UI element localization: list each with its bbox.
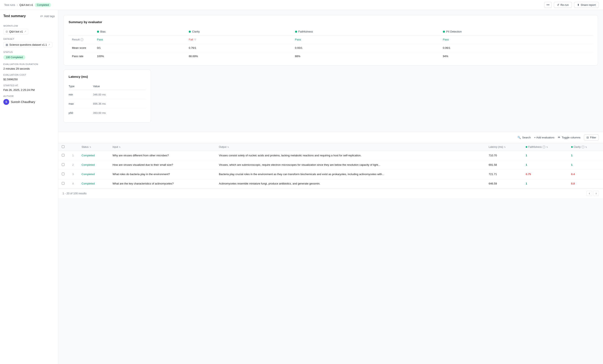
th-pii: PII Detection <box>440 28 593 35</box>
faithfulness-label: Faithfulness <box>298 30 313 33</box>
status-label: Status <box>3 51 55 53</box>
row-faithfulness: 0.75 <box>522 170 568 179</box>
pii-label: PII Detection <box>446 30 462 33</box>
sidebar: Test summary 🏷 Add tags Workflow ⊙ Q&A b… <box>0 10 58 364</box>
latency-col-value: Value <box>93 82 146 90</box>
author-name: Suresh Chaudhary <box>11 100 35 104</box>
row-num: 2 <box>68 160 78 170</box>
filter-button[interactable]: ⊟ Filter <box>584 135 599 140</box>
row-checkbox-1[interactable] <box>62 163 64 166</box>
search-label: Search <box>522 136 531 139</box>
pagination-bar: 1 - 20 of 100 results ‹ › <box>58 188 603 198</box>
row-checkbox-3[interactable] <box>62 182 64 185</box>
pass-rate-pii: 94% <box>440 52 593 60</box>
pass-rate-bias: 100% <box>94 52 185 60</box>
results-table-header: Status ⇅ Input ⇅ Output <box>58 143 603 151</box>
summary-section: Summary by evaluator Bias <box>58 10 603 132</box>
clarity-col-dot <box>571 146 573 148</box>
result-clarity: Fail ▽ <box>185 35 291 44</box>
clarity-info-icon[interactable]: ? <box>581 146 584 148</box>
latency-max-row: max 896.36 ms <box>69 99 146 108</box>
cost-value: $2.5996250 <box>3 78 55 81</box>
breadcrumb-bot[interactable]: Q&A bot v1 <box>19 3 33 6</box>
status-sort-icon[interactable]: ⇅ <box>90 146 91 148</box>
clarity-col-sort[interactable]: ⇅ <box>585 146 587 148</box>
latency-card: Latency (ms) Type Value min 346.00 ms <box>63 70 151 123</box>
add-tags-button[interactable]: 🏷 Add tags <box>40 15 55 18</box>
input-sort-icon[interactable]: ⇅ <box>119 146 120 148</box>
table-row[interactable]: 4 Completed What are the key characteris… <box>58 179 603 188</box>
breadcrumb-test-runs[interactable]: Test runs <box>4 3 15 6</box>
bias-label: Bias <box>100 30 105 33</box>
latency-min-type: min <box>69 90 93 99</box>
row-checkbox-cell <box>58 151 68 160</box>
toggle-columns-icon: 👁 <box>558 136 560 139</box>
filter-icon[interactable]: ▽ <box>194 38 196 41</box>
workflow-label: Workflow <box>3 25 55 27</box>
external-link-icon: ↗ <box>24 30 26 33</box>
results-table: Status ⇅ Input ⇅ Output <box>58 143 603 188</box>
more-options-button[interactable]: ••• <box>544 2 552 8</box>
row-clarity: 1 <box>568 160 603 170</box>
latency-p50-value: 393.00 ms <box>93 108 146 118</box>
faithfulness-dot <box>295 31 297 33</box>
pass-rate-faithfulness: 88% <box>292 52 440 60</box>
share-report-button[interactable]: ⬆ Share report <box>574 2 599 8</box>
select-all-checkbox[interactable] <box>62 145 64 148</box>
dataset-name: Science questions dataset v1.1 <box>9 43 47 46</box>
th-bias: Bias <box>94 28 185 35</box>
row-latency: 710.70 <box>485 151 522 160</box>
dataset-chip[interactable]: ▦ Science questions dataset v1.1 ↗ <box>3 42 52 47</box>
row-latency: 646.59 <box>485 179 522 188</box>
mean-score-label: Mean score <box>69 44 94 52</box>
faithfulness-info-icon[interactable]: ? <box>543 146 545 148</box>
th-faithfulness-col: Faithfulness ? ⇅ <box>522 143 568 151</box>
output-sort-icon[interactable]: ⇅ <box>227 146 229 148</box>
next-page-button[interactable]: › <box>593 191 599 196</box>
row-checkbox-cell <box>58 179 68 188</box>
row-checkbox-2[interactable] <box>62 173 64 175</box>
workflow-name: Q&A bot v1 <box>9 30 23 33</box>
mean-score-bias: 0/1 <box>94 44 185 52</box>
pagination-buttons: ‹ › <box>587 191 599 196</box>
result-info-icon[interactable]: ? <box>81 38 83 41</box>
add-evaluators-button[interactable]: + Add evaluators <box>534 136 554 139</box>
add-tags-label: Add tags <box>44 15 55 18</box>
prev-page-button[interactable]: ‹ <box>587 191 592 196</box>
evaluator-summary-card: Summary by evaluator Bias <box>63 15 598 66</box>
workflow-chip[interactable]: ⊙ Q&A bot v1 ↗ <box>3 29 28 34</box>
bias-dot <box>97 31 99 33</box>
row-status: Completed <box>78 160 109 170</box>
th-status: Status ⇅ <box>78 143 109 151</box>
breadcrumb: Test runs › Q&A bot v1 Completed <box>4 3 51 7</box>
search-button[interactable]: 🔍 Search <box>518 136 531 139</box>
rerun-label: Re-run <box>560 3 569 6</box>
table-row[interactable]: 1 Completed Why are viruses different fr… <box>58 151 603 160</box>
workflow-icon: ⊙ <box>6 30 8 33</box>
table-row[interactable]: 3 Completed What roles do bacteria play … <box>58 170 603 179</box>
row-clarity: 1 <box>568 151 603 160</box>
row-checkbox-cell <box>58 160 68 170</box>
pii-dot <box>443 31 445 33</box>
latency-sort-icon[interactable]: ⇅ <box>504 146 506 148</box>
table-row[interactable]: 2 Completed How are viruses visualized d… <box>58 160 603 170</box>
output-col-label: Output <box>219 146 226 148</box>
latency-table: Type Value min 346.00 ms max 896.36 ms <box>69 82 146 117</box>
sidebar-title: Test summary <box>3 14 26 18</box>
main-layout: Test summary 🏷 Add tags Workflow ⊙ Q&A b… <box>0 10 603 364</box>
pass-rate-label: Pass rate <box>69 52 94 60</box>
result-pii: Pass <box>440 35 593 44</box>
started-value: Feb 26, 2025, 2:25:24 PM <box>3 88 55 91</box>
row-checkbox-0[interactable] <box>62 154 64 157</box>
faithfulness-col-sort[interactable]: ⇅ <box>546 146 548 148</box>
row-output: Viruses consist solely of nucleic acids … <box>216 151 485 160</box>
result-faithfulness: Pass <box>292 35 440 44</box>
row-clarity: 0.4 <box>568 170 603 179</box>
toggle-columns-button[interactable]: 👁 Toggle columns <box>558 136 580 139</box>
latency-card-title: Latency (ms) <box>69 75 146 78</box>
mean-score-faithfulness: 0.93/1 <box>292 44 440 52</box>
toggle-columns-label: Toggle columns <box>562 136 580 139</box>
row-checkbox-cell <box>58 170 68 179</box>
pass-rate-row: Pass rate 100% 68.69% 88% 94% <box>69 52 593 60</box>
rerun-button[interactable]: ↺ Re-run <box>554 2 572 8</box>
